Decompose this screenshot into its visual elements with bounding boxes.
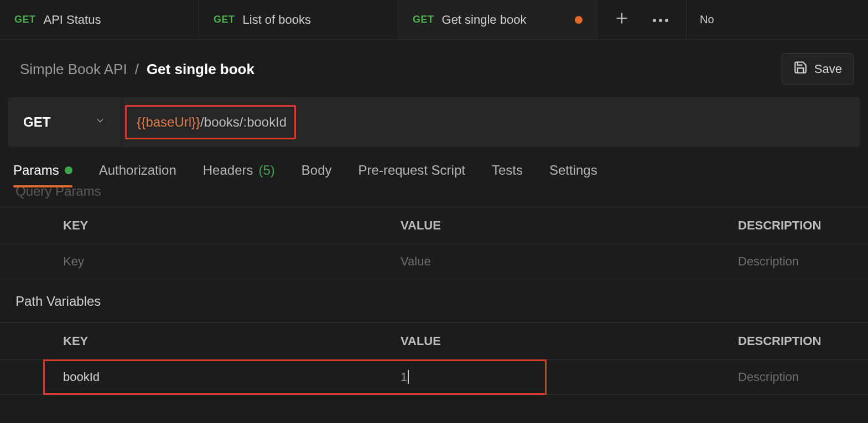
subtab-label: Body bbox=[302, 163, 332, 178]
tab-label: Get single book bbox=[442, 13, 527, 27]
chevron-down-icon bbox=[95, 115, 106, 129]
breadcrumb-collection[interactable]: Simple Book API bbox=[20, 61, 127, 78]
query-description-input[interactable] bbox=[738, 254, 855, 269]
breadcrumb-sep: / bbox=[135, 61, 139, 78]
path-description-input[interactable] bbox=[738, 370, 855, 384]
subtab-label: Params bbox=[13, 163, 59, 178]
svg-point-3 bbox=[659, 19, 662, 22]
column-value: VALUE bbox=[387, 207, 725, 244]
url-input[interactable]: {{baseUrl}}/books/:bookId bbox=[137, 114, 287, 130]
breadcrumb: Simple Book API / Get single book bbox=[20, 61, 254, 78]
tab-label: List of books bbox=[243, 13, 311, 27]
subtab-label: Authorization bbox=[99, 163, 176, 178]
url-variable-token: {{baseUrl}} bbox=[137, 114, 200, 130]
subtab-authorization[interactable]: Authorization bbox=[99, 163, 176, 186]
tab-list-of-books[interactable]: GET List of books bbox=[199, 0, 398, 39]
http-method-badge: GET bbox=[14, 14, 36, 25]
http-method-badge: GET bbox=[214, 14, 235, 25]
headers-count: (5) bbox=[259, 163, 275, 178]
svg-point-4 bbox=[665, 19, 668, 22]
table-row[interactable]: 1 bbox=[0, 360, 868, 395]
http-method-badge: GET bbox=[413, 14, 434, 25]
column-description: DESCRIPTION bbox=[725, 207, 868, 244]
subtab-body[interactable]: Body bbox=[302, 163, 332, 186]
column-checkbox bbox=[0, 323, 50, 360]
save-label: Save bbox=[814, 62, 842, 76]
plus-icon[interactable] bbox=[614, 11, 630, 29]
more-icon[interactable] bbox=[652, 13, 669, 26]
subtab-label: Settings bbox=[549, 163, 597, 178]
query-params-heading: Query Params bbox=[0, 184, 868, 199]
path-key-input[interactable] bbox=[63, 370, 374, 384]
unsaved-dot-icon bbox=[575, 16, 583, 24]
subtab-label: Headers bbox=[203, 163, 253, 178]
tab-get-single-book[interactable]: GET Get single book bbox=[398, 0, 597, 39]
request-subtabs: Params Authorization Headers (5) Body Pr… bbox=[0, 152, 868, 186]
save-button[interactable]: Save bbox=[782, 53, 854, 85]
subtab-tests[interactable]: Tests bbox=[492, 163, 523, 186]
tab-right-label[interactable]: No bbox=[687, 0, 727, 39]
subtab-label: Pre-request Script bbox=[358, 163, 465, 178]
subtab-headers[interactable]: Headers (5) bbox=[203, 163, 275, 186]
tab-actions bbox=[597, 0, 687, 39]
path-variables-heading: Path Variables bbox=[0, 279, 868, 315]
breadcrumb-current: Get single book bbox=[147, 61, 254, 78]
column-description: DESCRIPTION bbox=[725, 323, 868, 360]
query-key-input[interactable] bbox=[63, 254, 374, 269]
tab-label: API Status bbox=[44, 13, 101, 27]
path-value-input[interactable]: 1 bbox=[401, 370, 409, 384]
subtab-label: Tests bbox=[492, 163, 523, 178]
column-key: KEY bbox=[50, 207, 387, 244]
url-bar-wrap: GET {{baseUrl}}/books/:bookId bbox=[0, 91, 868, 152]
column-value: VALUE bbox=[387, 323, 725, 360]
method-select[interactable]: GET bbox=[8, 97, 122, 147]
query-params-table: KEY VALUE DESCRIPTION bbox=[0, 207, 868, 279]
method-value: GET bbox=[23, 114, 50, 130]
svg-point-2 bbox=[653, 19, 656, 22]
table-row[interactable] bbox=[0, 244, 868, 279]
url-path-token: /books/:bookId bbox=[200, 114, 287, 130]
header-bar: Simple Book API / Get single book Save bbox=[0, 40, 868, 91]
url-highlight-annotation: {{baseUrl}}/books/:bookId bbox=[125, 105, 296, 139]
tab-api-status[interactable]: GET API Status bbox=[0, 0, 199, 39]
column-checkbox bbox=[0, 207, 50, 244]
params-active-dot-icon bbox=[65, 166, 72, 174]
subtab-params[interactable]: Params bbox=[13, 163, 72, 186]
query-value-input[interactable] bbox=[401, 254, 711, 269]
subtab-settings[interactable]: Settings bbox=[549, 163, 597, 186]
path-variables-table: KEY VALUE DESCRIPTION 1 bbox=[0, 322, 868, 395]
request-tabs-bar: GET API Status GET List of books GET Get… bbox=[0, 0, 868, 40]
subtab-pre-request-script[interactable]: Pre-request Script bbox=[358, 163, 465, 186]
column-key: KEY bbox=[50, 323, 387, 360]
save-icon bbox=[793, 60, 808, 78]
url-bar: GET {{baseUrl}}/books/:bookId bbox=[8, 97, 860, 147]
